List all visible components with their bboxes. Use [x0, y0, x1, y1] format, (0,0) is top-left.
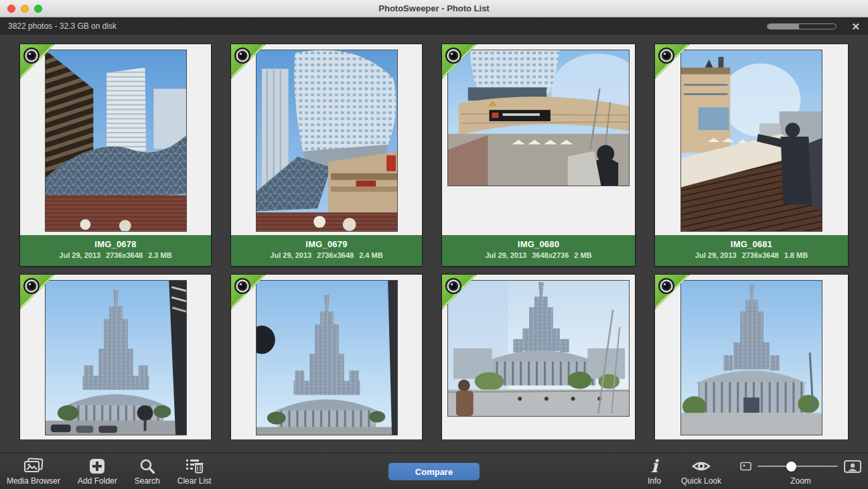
media-browser-icon: [23, 457, 44, 476]
bottom-toolbar: Media Browser Add Folder Search: [0, 453, 868, 489]
photo-name: IMG_0679: [231, 239, 422, 249]
photo-size: 1.8 MB: [784, 251, 808, 259]
camera-badge-icon: [655, 275, 690, 309]
photo-dimensions: 2736x3648: [742, 251, 779, 259]
photo-size: 2.3 MB: [148, 251, 171, 259]
zoom-control: Zoom: [740, 453, 861, 489]
camera-badge-icon: [655, 44, 690, 79]
photo-label: IMG_0680 Jul 29, 20133648x27362 MB: [442, 235, 635, 266]
search-button[interactable]: Search: [133, 453, 161, 489]
clear-list-icon: [185, 457, 204, 476]
add-folder-label: Add Folder: [78, 476, 117, 486]
minimize-window-button[interactable]: [21, 5, 29, 13]
photo-dimensions: 2736x3648: [106, 251, 143, 259]
quick-look-label: Quick Look: [681, 476, 721, 486]
camera-badge-icon: [20, 275, 55, 309]
zoom-slider-thumb[interactable]: [786, 462, 796, 472]
window-titlebar: PhotoSweeper - Photo List: [0, 0, 868, 17]
zoom-label: Zoom: [740, 476, 861, 486]
camera-badge-icon: [231, 44, 266, 79]
compare-button[interactable]: Compare: [388, 463, 480, 480]
traffic-lights: [7, 5, 42, 13]
photo-details: Jul 29, 20132736x36482.4 MB: [231, 251, 422, 259]
camera-badge-icon: [442, 44, 477, 79]
thumbnail-row2-4: [680, 280, 822, 435]
thumbnail-row2-2: [256, 280, 398, 435]
info-label: Info: [648, 476, 661, 486]
photo-details: Jul 29, 20133648x27362 MB: [442, 251, 635, 259]
close-window-button[interactable]: [7, 5, 15, 13]
zoom-slider-track: [757, 466, 838, 467]
photo-card-img-0681[interactable]: IMG_0681 Jul 29, 20132736x36481.8 MB: [655, 44, 848, 266]
search-label: Search: [135, 476, 160, 486]
photo-size: 2 MB: [574, 251, 591, 259]
photo-name: IMG_0678: [20, 239, 211, 249]
photo-label: IMG_0681 Jul 29, 20132736x36481.8 MB: [655, 235, 848, 266]
quick-look-button[interactable]: Quick Look: [680, 453, 723, 489]
photo-card-img-0678[interactable]: IMG_0678 Jul 29, 20132736x36482.3 MB: [20, 44, 211, 266]
photo-details: Jul 29, 20132736x36482.3 MB: [20, 251, 211, 259]
camera-badge-icon: [442, 275, 477, 309]
camera-badge-icon: [231, 275, 266, 309]
media-browser-label: Media Browser: [7, 476, 60, 486]
thumbnail-img-0679: [256, 50, 398, 232]
photo-label: IMG_0679 Jul 29, 20132736x36482.4 MB: [231, 235, 422, 266]
progress-fill: [768, 24, 799, 29]
thumbnail-img-0678: [45, 50, 187, 232]
photo-card-row2-4[interactable]: [655, 275, 848, 453]
media-browser-button[interactable]: Media Browser: [5, 453, 62, 489]
fullscreen-window-button[interactable]: [34, 5, 42, 13]
photo-label: IMG_0678 Jul 29, 20132736x36482.3 MB: [20, 235, 211, 266]
photo-date: Jul 29, 2013: [270, 251, 311, 259]
toolbar-right-group: i Info Quick Look: [646, 453, 861, 489]
progress-bar: [767, 23, 837, 29]
photo-card-row2-3[interactable]: [442, 275, 635, 453]
photo-date: Jul 29, 2013: [485, 251, 526, 259]
quick-look-icon: [691, 457, 711, 476]
thumbnail-img-0681: [680, 50, 822, 232]
clear-list-label: Clear List: [177, 476, 212, 486]
toolbar-left-group: Media Browser Add Folder Search: [5, 453, 212, 489]
camera-badge-icon: [20, 44, 55, 79]
photo-card-img-0679[interactable]: IMG_0679 Jul 29, 20132736x36482.4 MB: [231, 44, 422, 266]
status-bar: 3822 photos - 32.3 GB on disk ✕: [0, 17, 868, 35]
zoom-in-large-photo-icon: [844, 460, 861, 473]
photo-date: Jul 29, 2013: [59, 251, 100, 259]
add-folder-button[interactable]: Add Folder: [76, 453, 119, 489]
close-icon[interactable]: ✕: [851, 21, 860, 31]
svg-text:i: i: [651, 457, 659, 476]
photo-name: IMG_0680: [442, 239, 635, 249]
photo-date: Jul 29, 2013: [695, 251, 737, 259]
library-summary: 3822 photos - 32.3 GB on disk: [8, 21, 117, 31]
zoom-out-small-photo-icon: [740, 462, 751, 471]
window-title: PhotoSweeper - Photo List: [378, 3, 489, 13]
photo-card-row2-1[interactable]: [20, 275, 211, 453]
photo-grid: IMG_0678 Jul 29, 20132736x36482.3 MB: [0, 35, 868, 453]
photo-dimensions: 2736x3648: [317, 251, 354, 259]
photo-details: Jul 29, 20132736x36481.8 MB: [655, 251, 848, 259]
photo-dimensions: 3648x2736: [532, 251, 569, 259]
search-icon: [139, 457, 155, 476]
clear-list-button[interactable]: Clear List: [176, 453, 213, 489]
photo-card-img-0680[interactable]: IMG_0680 Jul 29, 20133648x27362 MB: [442, 44, 635, 266]
zoom-slider[interactable]: [757, 462, 838, 472]
info-button[interactable]: i Info: [646, 453, 662, 489]
photo-size: 2.4 MB: [359, 251, 382, 259]
add-folder-icon: [89, 457, 105, 476]
photo-name: IMG_0681: [655, 239, 848, 249]
thumbnail-row2-1: [45, 280, 187, 435]
info-icon: i: [649, 457, 660, 476]
photo-card-row2-2[interactable]: [231, 275, 422, 453]
